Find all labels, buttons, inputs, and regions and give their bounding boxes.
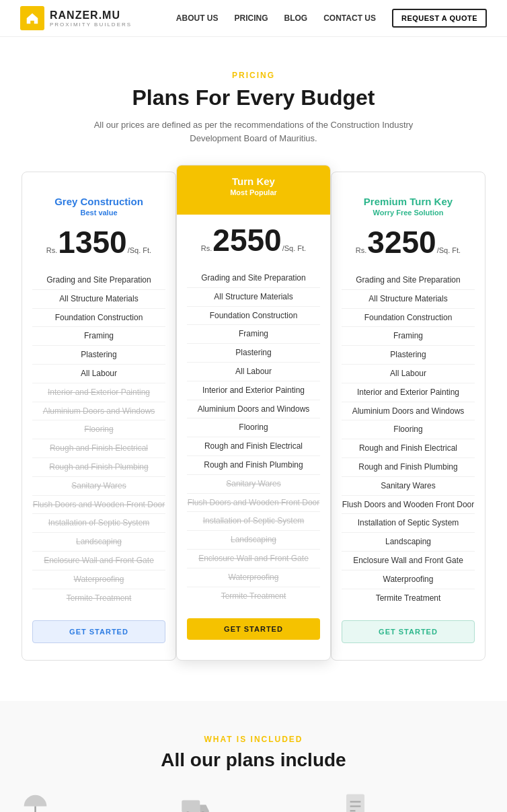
list-item: Enclosure Wall and Front Gate — [187, 550, 320, 568]
list-item: Rough and Finish Electrical — [32, 439, 165, 458]
list-item: Aluminium Doors and Windows — [187, 400, 320, 419]
list-item: All Structure Materials — [187, 288, 320, 307]
turnkey-price-unit: /Sq. Ft. — [282, 244, 306, 252]
list-item: Aluminium Doors and Windows — [32, 402, 165, 421]
list-item: Enclosure Wall and Front Gate — [32, 552, 165, 570]
pricing-title: Plans For Every Budget — [20, 85, 487, 110]
premium-get-started-button[interactable]: GET STARTED — [342, 620, 475, 643]
list-item: Flush Doors and Wooden Front Door — [187, 494, 320, 513]
list-item: Flooring — [32, 420, 165, 439]
list-item: Flooring — [187, 418, 320, 437]
list-item: Landscaping — [342, 533, 475, 552]
svg-rect-4 — [346, 795, 364, 812]
featured-header: Turn Key Most Popular — [177, 165, 330, 215]
card-premium: Premium Turn Key Worry Free Solution Rs.… — [331, 172, 485, 661]
list-item: Rough and Finish Plumbing — [32, 458, 165, 477]
premium-price-prefix: Rs. — [356, 246, 367, 254]
turnkey-price: Rs. 2550 /Sq. Ft. — [187, 225, 320, 256]
logo-icon — [20, 6, 44, 30]
list-item: Plastering — [187, 344, 320, 363]
nav: ABOUT US PRICING BLOG CONTACT US REQUEST… — [176, 9, 487, 28]
list-item: Rough and Finish Electrical — [187, 437, 320, 456]
list-item: Rough and Finish Electrical — [342, 439, 475, 458]
list-item: All Labour — [342, 365, 475, 383]
list-item: Framing — [342, 327, 475, 346]
list-item: Foundation Construction — [32, 309, 165, 328]
included-title: All our plans include — [20, 749, 487, 771]
document-icon — [340, 791, 370, 812]
list-item: Termite Treatment — [187, 587, 320, 605]
list-item: Grading and Site Preparation — [32, 271, 165, 290]
list-item: Installation of Septic System — [32, 514, 165, 533]
logo-brand: RANZER.MU — [50, 9, 132, 22]
list-item: Grading and Site Preparation — [187, 269, 320, 288]
list-item: Foundation Construction — [187, 307, 320, 326]
premium-price-unit: /Sq. Ft. — [437, 246, 461, 254]
grey-get-started-button[interactable]: GET STARTED — [32, 620, 165, 643]
list-item: Landscaping — [32, 533, 165, 552]
included-label: WHAT IS INCLUDED — [20, 735, 487, 744]
list-item: Aluminium Doors and Windows — [342, 402, 475, 421]
list-item: Sanitary Wares — [342, 477, 475, 496]
logo: RANZER.MU PROXIMITY BUILDERS — [20, 6, 132, 30]
list-item: Waterproofing — [32, 570, 165, 589]
included-item: Licensed and InsuredWe are a CIDB Regist… — [20, 791, 167, 812]
premium-card-name: Premium Turn Key — [342, 196, 475, 207]
list-item: Landscaping — [187, 531, 320, 550]
list-item: All Structure Materials — [32, 290, 165, 309]
list-item: Installation of Septic System — [342, 514, 475, 533]
umbrella-icon — [20, 791, 50, 812]
header: RANZER.MU PROXIMITY BUILDERS ABOUT US PR… — [0, 0, 507, 37]
pricing-section: PRICING Plans For Every Budget All our p… — [0, 37, 507, 701]
turnkey-features: Grading and Site PreparationAll Structur… — [187, 269, 320, 605]
nav-about[interactable]: ABOUT US — [176, 13, 219, 23]
grey-card-name: Grey Construction — [32, 196, 165, 207]
included-grid: Licensed and InsuredWe are a CIDB Regist… — [20, 791, 487, 812]
list-item: Plastering — [342, 346, 475, 365]
pricing-label: PRICING — [20, 71, 487, 80]
list-item: Waterproofing — [342, 570, 475, 589]
list-item: Termite Treatment — [342, 589, 475, 607]
truck-icon — [180, 791, 210, 812]
turnkey-price-prefix: Rs. — [201, 244, 212, 252]
card-turn-key: Turn Key Most Popular Rs. 2550 /Sq. Ft. … — [176, 165, 331, 661]
list-item: Grading and Site Preparation — [342, 271, 475, 290]
list-item: Interior and Exterior Painting — [32, 383, 165, 402]
included-section: WHAT IS INCLUDED All our plans include L… — [0, 701, 507, 812]
grey-price-prefix: Rs. — [46, 246, 58, 254]
nav-contact[interactable]: CONTACT US — [323, 13, 376, 23]
list-item: All Labour — [32, 365, 165, 383]
pricing-desc: All our prices are defined as per the re… — [85, 118, 422, 145]
included-item: Contract of ServiceWhen you hire us, we … — [340, 791, 487, 812]
list-item: Interior and Exterior Painting — [187, 381, 320, 400]
included-item: Quality MaterialsOur plans include all m… — [180, 791, 327, 812]
grey-features: Grading and Site PreparationAll Structur… — [32, 271, 165, 607]
list-item: Flush Doors and Wooden Front Door — [342, 496, 475, 515]
list-item: Rough and Finish Plumbing — [187, 456, 320, 475]
nav-pricing[interactable]: PRICING — [235, 13, 268, 23]
svg-rect-1 — [182, 801, 200, 812]
premium-card-tagline: Worry Free Solution — [342, 209, 475, 217]
premium-price-num: 3250 — [367, 227, 436, 258]
list-item: Flush Doors and Wooden Front Door — [32, 496, 165, 515]
grey-card-tagline: Best value — [32, 209, 165, 217]
list-item: Rough and Finish Plumbing — [342, 458, 475, 477]
list-item: Sanitary Wares — [32, 477, 165, 496]
turnkey-get-started-button[interactable]: GET STARTED — [187, 618, 320, 640]
request-quote-button[interactable]: REQUEST A QUOTE — [392, 9, 487, 28]
logo-sub: PROXIMITY BUILDERS — [50, 22, 132, 28]
nav-blog[interactable]: BLOG — [284, 13, 308, 23]
list-item: Termite Treatment — [32, 589, 165, 607]
grey-price-num: 1350 — [58, 227, 126, 258]
list-item: Plastering — [32, 346, 165, 365]
turnkey-card-tagline: Most Popular — [187, 188, 320, 196]
premium-price: Rs. 3250 /Sq. Ft. — [342, 227, 475, 258]
logo-text: RANZER.MU PROXIMITY BUILDERS — [50, 9, 132, 28]
grey-price-unit: /Sq. Ft. — [128, 246, 151, 254]
grey-price: Rs. 1350 /Sq. Ft. — [32, 227, 165, 258]
list-item: All Structure Materials — [342, 290, 475, 309]
list-item: All Labour — [187, 363, 320, 381]
list-item: Waterproofing — [187, 568, 320, 587]
pricing-cards: Grey Construction Best value Rs. 1350 /S… — [20, 172, 487, 661]
list-item: Framing — [32, 327, 165, 346]
